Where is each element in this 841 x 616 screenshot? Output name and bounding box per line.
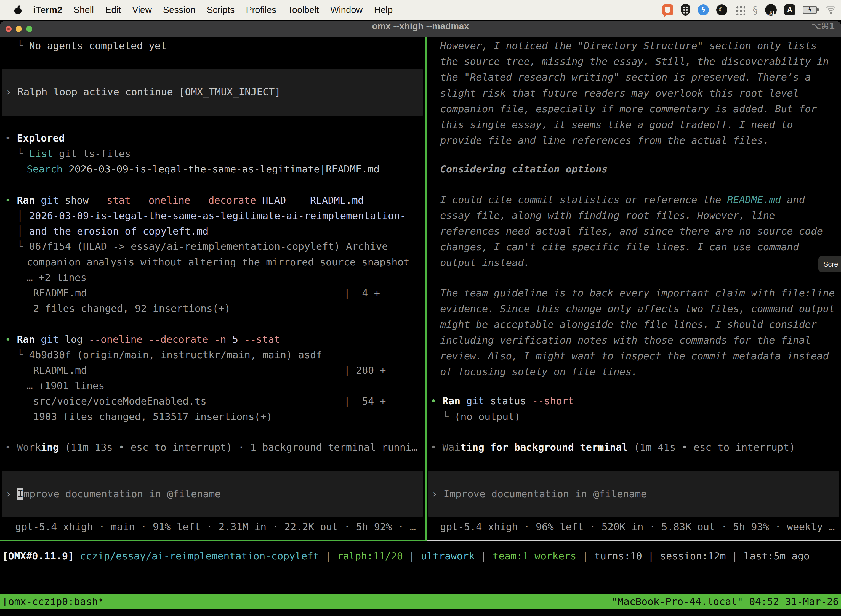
thinking-p1-l4: slight risk that future readers may over… (440, 85, 799, 101)
terminal-area[interactable]: └ No agents completed yet› Ralph loop ac… (0, 37, 841, 616)
menu-item-iterm2[interactable]: iTerm2 (33, 5, 62, 15)
crescent-icon[interactable]: ☾ (716, 4, 727, 15)
log-more-lines: … +1901 lines (27, 378, 105, 393)
menu-item-window[interactable]: Window (330, 5, 363, 15)
thinking-p1-l5: companion file, especially if more comme… (440, 101, 817, 117)
iterm-window: omx --xhigh --madmax ⌥⌘1 └ No agents com… (0, 21, 841, 616)
log-stat-voice: src/voice/voiceModeEnabled.ts | 54 + (33, 393, 386, 409)
thinking-p3-l3: might be acceptable alongside the file l… (440, 317, 817, 332)
menu-items: iTerm2ShellEditViewSessionScriptsProfile… (33, 5, 393, 15)
thinking-heading: Considering citation options (440, 161, 608, 177)
thinking-p3-l4: including verification notes with those … (440, 332, 811, 348)
filename-wrap-line-2: │ and-the-erosion-of-copyleft.md (17, 223, 209, 239)
thinking-p2-l5: output instead. (440, 255, 530, 270)
tmux-host-clock-label: "MacBook-Pro-44.local" 04:52 31-Mar-26 (611, 594, 839, 609)
thinking-p3-l2: evidence. Since this change only affects… (440, 301, 835, 317)
ran-git-show-command: • Ran git show --stat --oneline --decora… (5, 192, 364, 208)
session-stats-line: gpt-5.4 xhigh · main · 91% left · 2.31M … (15, 519, 416, 535)
window-title: omx --xhigh --madmax (0, 21, 841, 37)
log-stat-readme: README.md | 280 + (33, 362, 386, 378)
waiting-status-line: • Waiting for background terminal (1m 41… (431, 439, 795, 455)
menubar-status-icons: ϟ ☾ § ..61 A ϟ (662, 0, 837, 20)
thinking-p2-l1: I could cite commit statistics or refere… (440, 192, 805, 208)
thinking-p1-l2: the source tree, missing the essay. Stil… (440, 54, 829, 69)
title-bar[interactable]: omx --xhigh --madmax ⌥⌘1 (0, 21, 841, 37)
menu-bar: iTerm2ShellEditViewSessionScriptsProfile… (0, 0, 841, 20)
hook-icon[interactable]: § (753, 4, 757, 16)
log-summary-line: 1903 files changed, 513517 insertions(+) (33, 409, 273, 424)
menu-item-profiles[interactable]: Profiles (246, 5, 276, 15)
thinking-p1-l3: the "Related research writing" section i… (440, 69, 811, 85)
thinking-p3-l6: of focusing solely on file lines. (440, 364, 637, 380)
filename-wrap-line-1: │ 2026-03-09-is-legal-the-same-as-legiti… (17, 208, 406, 224)
menu-item-help[interactable]: Help (374, 5, 393, 15)
thinking-p2-l4: changes, I can't cite specific file line… (440, 239, 799, 255)
commit-line-wrap: companion analysis without altering the … (27, 254, 409, 270)
explored-header: • Explored (5, 130, 65, 146)
battery-icon[interactable]: ϟ (803, 6, 817, 14)
prompt-input-line: › Improve documentation in @filename (432, 486, 647, 502)
working-status-line: • Working (11m 13s • esc to interrupt) ·… (5, 439, 418, 455)
wifi-icon[interactable] (825, 5, 837, 15)
no-output-line: └ (no output) (442, 409, 520, 424)
pane-divider[interactable] (425, 37, 426, 541)
thinking-p1-l1: However, I noticed the "Directory Struct… (440, 38, 817, 54)
explored-search-line: Search 2026-03-09-is-legal-the-same-as-l… (27, 161, 379, 177)
menu-item-shell[interactable]: Shell (74, 5, 94, 15)
menu-item-edit[interactable]: Edit (105, 5, 121, 15)
screen-record-icon[interactable] (662, 4, 673, 15)
ralph-loop-line: › Ralph loop active continue [OMX_TMUX_I… (6, 84, 281, 100)
left-pane-bottom-border (0, 540, 425, 541)
thinking-p1-l7: provide file and line references from th… (440, 132, 769, 148)
stat-line-readme: README.md | 4 + (33, 285, 380, 301)
session-stats-line: gpt-5.4 xhigh · 96% left · 520K in · 5.8… (440, 519, 835, 535)
menu-item-view[interactable]: View (132, 5, 152, 15)
apple-menu-icon[interactable] (14, 6, 22, 14)
app-grid-icon[interactable] (735, 5, 745, 15)
input-source-icon[interactable]: A (784, 4, 795, 15)
left-pane[interactable]: └ No agents completed yet› Ralph loop ac… (0, 37, 425, 541)
menu-item-scripts[interactable]: Scripts (207, 5, 234, 15)
window-shortcut-badge: ⌥⌘1 (811, 21, 835, 37)
menu-item-session[interactable]: Session (163, 5, 195, 15)
menu-item-toolbelt[interactable]: Toolbelt (287, 5, 319, 15)
omx-status-line: [OMX#0.11.9] cczip/essay/ai-reimplementa… (2, 548, 810, 564)
ran-git-log-command: • Ran git log --oneline --decorate -n 5 … (5, 331, 280, 347)
thinking-p3-l1: The team guideline is to back every impo… (440, 285, 835, 301)
thinking-p2-l2: essay file, along with finding root file… (440, 208, 775, 223)
prompt-input-line: › Improve documentation in @filename (6, 486, 221, 502)
desktop: iTerm2ShellEditViewSessionScriptsProfile… (0, 0, 841, 616)
screen-tooltip[interactable]: Scre (818, 256, 841, 272)
thinking-p1-l6: this single essay, it seems like a good … (440, 117, 793, 132)
spark-badge-icon[interactable]: ϟ (698, 4, 709, 15)
stat-summary-line: 2 files changed, 92 insertions(+) (33, 301, 230, 316)
thinking-p3-l5: review. Also, I might want to inspect th… (440, 348, 829, 364)
explored-list-line: └ List git ls-files (17, 146, 131, 161)
commit-line: └ 067f154 (HEAD -> essay/ai-reimplementa… (17, 238, 388, 254)
log-commit-line: └ 4b9d30f (origin/main, instructkr/main,… (17, 347, 322, 363)
tmux-session-label: [omx-cczip0:bash* (2, 594, 104, 609)
more-lines-indicator: … +2 lines (27, 270, 86, 285)
shield-icon[interactable] (681, 4, 690, 16)
thinking-p2-l3: references need actual files, and since … (440, 223, 823, 239)
right-pane[interactable]: However, I noticed the "Directory Struct… (428, 37, 841, 541)
agents-status-line: └ No agents completed yet (17, 38, 167, 54)
tmux-status-bar: [omx-cczip0:bash* "MacBook-Pro-44.local"… (0, 594, 841, 609)
ran-git-status-command: • Ran git status --short (431, 393, 574, 409)
battery-percent-badge-icon[interactable]: ..61 (765, 4, 777, 16)
